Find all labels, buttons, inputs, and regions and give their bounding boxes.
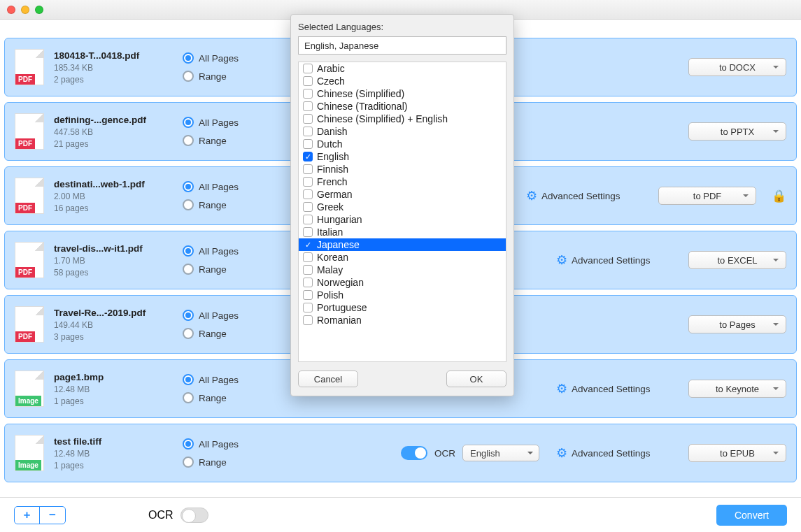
language-item[interactable]: Danish xyxy=(299,125,506,138)
language-item[interactable]: Arabic xyxy=(299,62,506,75)
ocr-group: OCR English xyxy=(401,445,539,461)
range-label: Range xyxy=(199,457,227,468)
language-checkbox[interactable] xyxy=(303,177,313,187)
language-item[interactable]: Norwegian xyxy=(299,276,506,289)
window-close-button[interactable] xyxy=(7,6,15,14)
file-thumbnail: PDF xyxy=(15,306,44,343)
add-file-button[interactable]: + xyxy=(15,507,40,524)
language-item[interactable]: Greek xyxy=(299,201,506,213)
language-item[interactable]: Czech xyxy=(299,75,506,87)
language-checkbox[interactable] xyxy=(303,215,313,224)
language-label: Malay xyxy=(317,264,343,275)
convert-button[interactable]: Convert xyxy=(716,505,787,526)
page-range-group: All Pages Range xyxy=(183,181,274,210)
range-radio[interactable]: Range xyxy=(183,199,274,210)
file-type-tag: PDF xyxy=(15,331,35,342)
output-format-dropdown[interactable]: to Keynote xyxy=(688,380,786,398)
range-radio[interactable]: Range xyxy=(183,392,274,403)
ocr-language-dropdown[interactable]: English xyxy=(462,445,539,461)
language-checkbox[interactable] xyxy=(303,202,313,212)
all-pages-radio[interactable]: All Pages xyxy=(183,52,274,64)
language-item[interactable]: Dutch xyxy=(299,138,506,150)
radio-icon xyxy=(183,438,194,450)
language-checkbox[interactable] xyxy=(303,101,313,111)
language-item[interactable]: French xyxy=(299,175,506,188)
all-pages-radio[interactable]: All Pages xyxy=(183,245,274,257)
language-item[interactable]: ✓ English xyxy=(299,150,506,163)
language-item[interactable]: German xyxy=(299,188,506,201)
advanced-settings-group[interactable]: ⚙ Advanced Settings xyxy=(556,445,679,461)
language-checkbox[interactable] xyxy=(303,64,313,73)
cancel-button[interactable]: Cancel xyxy=(298,371,358,387)
ocr-toggle[interactable] xyxy=(401,446,427,460)
language-label: Italian xyxy=(317,227,343,238)
all-pages-radio[interactable]: All Pages xyxy=(183,181,274,192)
language-item[interactable]: Polish xyxy=(299,289,506,301)
language-checkbox[interactable] xyxy=(303,303,313,312)
advanced-settings-label: Advanced Settings xyxy=(572,255,651,266)
file-thumbnail: PDF xyxy=(15,113,44,150)
language-item[interactable]: Italian xyxy=(299,226,506,238)
language-item[interactable]: Romanian xyxy=(299,314,506,326)
language-checkbox[interactable]: ✓ xyxy=(303,240,313,250)
ocr-master-toggle[interactable] xyxy=(180,508,208,523)
language-checkbox[interactable] xyxy=(303,252,313,262)
output-format-dropdown[interactable]: to PDF xyxy=(658,187,756,205)
language-item[interactable]: Chinese (Simplified) xyxy=(299,87,506,100)
window-maximize-button[interactable] xyxy=(35,6,43,14)
file-thumbnail: Image xyxy=(15,371,44,407)
all-pages-radio[interactable]: All Pages xyxy=(183,310,274,321)
language-item[interactable]: Chinese (Traditional) xyxy=(299,100,506,113)
advanced-settings-group[interactable]: ⚙ Advanced Settings xyxy=(556,381,679,396)
language-checkbox[interactable] xyxy=(303,89,313,99)
language-item[interactable]: Portuguese xyxy=(299,301,506,314)
file-row[interactable]: Image test file.tiff 12.48 MB 1 pages Al… xyxy=(4,424,797,482)
gear-icon: ⚙ xyxy=(556,445,567,461)
file-meta: Travel-Re...-2019.pdf 149.44 KB 3 pages xyxy=(54,308,173,342)
language-checkbox[interactable] xyxy=(303,278,313,287)
language-item[interactable]: Malay xyxy=(299,264,506,276)
language-checkbox[interactable] xyxy=(303,139,313,149)
language-checkbox[interactable] xyxy=(303,227,313,237)
all-pages-radio[interactable]: All Pages xyxy=(183,374,274,385)
language-checkbox[interactable] xyxy=(303,315,313,325)
range-radio[interactable]: Range xyxy=(183,135,274,146)
remove-file-button[interactable]: − xyxy=(40,507,65,524)
language-item[interactable]: ✓ Japanese xyxy=(299,238,506,251)
range-radio[interactable]: Range xyxy=(183,71,274,82)
language-checkbox[interactable] xyxy=(303,76,313,86)
language-item[interactable]: Hungarian xyxy=(299,213,506,226)
output-format-dropdown[interactable]: to DOCX xyxy=(688,58,786,76)
selected-languages-input[interactable] xyxy=(298,36,506,55)
language-item[interactable]: Finnish xyxy=(299,163,506,175)
range-radio[interactable]: Range xyxy=(183,456,274,468)
advanced-settings-group[interactable]: ⚙ Advanced Settings xyxy=(526,188,648,203)
window-minimize-button[interactable] xyxy=(21,6,29,14)
language-label: Danish xyxy=(317,126,348,137)
language-list[interactable]: Arabic Czech Chinese (Simplified) Chines… xyxy=(298,62,506,362)
output-format-dropdown[interactable]: to EPUB xyxy=(688,444,786,462)
page-range-group: All Pages Range xyxy=(183,438,274,468)
language-checkbox[interactable] xyxy=(303,290,313,300)
bottom-toolbar: + − OCR Convert xyxy=(0,497,801,532)
output-format-dropdown[interactable]: to EXCEL xyxy=(688,251,786,269)
advanced-settings-group[interactable]: ⚙ Advanced Settings xyxy=(556,252,679,268)
range-label: Range xyxy=(199,136,227,146)
all-pages-radio[interactable]: All Pages xyxy=(183,438,274,450)
file-thumbnail: PDF xyxy=(15,242,44,278)
language-checkbox[interactable] xyxy=(303,164,313,174)
range-radio[interactable]: Range xyxy=(183,328,274,339)
language-item[interactable]: Chinese (Simplified) + English xyxy=(299,113,506,125)
language-checkbox[interactable] xyxy=(303,189,313,199)
language-checkbox[interactable] xyxy=(303,114,313,124)
output-format-dropdown[interactable]: to PPTX xyxy=(688,122,786,141)
language-checkbox[interactable] xyxy=(303,265,313,275)
language-checkbox[interactable]: ✓ xyxy=(303,152,313,161)
file-meta: defining-...gence.pdf 447.58 KB 21 pages xyxy=(54,115,173,149)
language-item[interactable]: Korean xyxy=(299,251,506,264)
all-pages-radio[interactable]: All Pages xyxy=(183,117,274,128)
output-format-dropdown[interactable]: to Pages xyxy=(688,315,786,333)
language-checkbox[interactable] xyxy=(303,127,313,136)
ok-button[interactable]: OK xyxy=(446,371,506,387)
range-radio[interactable]: Range xyxy=(183,264,274,275)
